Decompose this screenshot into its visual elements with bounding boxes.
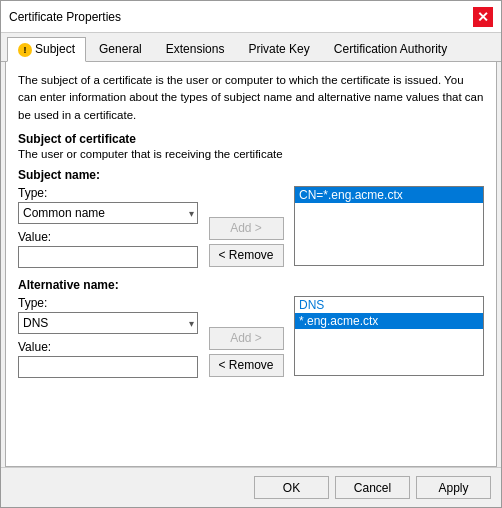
title-bar: Certificate Properties ✕ (1, 1, 501, 33)
certificate-properties-dialog: Certificate Properties ✕ !Subject Genera… (0, 0, 502, 508)
list-item[interactable]: CN=*.eng.acme.ctx (295, 187, 483, 203)
alt-name-listbox[interactable]: DNS *.eng.acme.ctx (294, 296, 484, 376)
alt-name-section: Type: DNS Email IP Address URI ▾ Value: … (18, 296, 484, 378)
warning-icon: ! (18, 43, 32, 57)
subject-add-button[interactable]: Add > (209, 217, 284, 240)
tab-general[interactable]: General (88, 37, 153, 61)
subject-name-middle: Add > < Remove (206, 186, 286, 268)
alt-name-left: Type: DNS Email IP Address URI ▾ Value: (18, 296, 198, 378)
alt-value-label: Value: (18, 340, 198, 354)
section-subtitle: The user or computer that is receiving t… (18, 148, 484, 160)
subject-remove-button[interactable]: < Remove (209, 244, 284, 267)
ok-button[interactable]: OK (254, 476, 329, 499)
alt-name-right: DNS *.eng.acme.ctx (294, 296, 484, 378)
alt-name-middle: Add > < Remove (206, 296, 286, 378)
subject-type-dropdown-wrapper: Common name Organization Organizational … (18, 202, 198, 224)
tab-content: The subject of a certificate is the user… (5, 62, 497, 467)
alt-type-label: Type: (18, 296, 198, 310)
subject-type-dropdown[interactable]: Common name Organization Organizational … (18, 202, 198, 224)
dialog-title: Certificate Properties (9, 10, 121, 24)
subject-name-section: Type: Common name Organization Organizat… (18, 186, 484, 268)
alt-name-label: Alternative name: (18, 278, 484, 292)
subject-type-label: Type: (18, 186, 198, 200)
list-item[interactable]: *.eng.acme.ctx (295, 313, 483, 329)
subject-value-input[interactable] (18, 246, 198, 268)
section-title: Subject of certificate (18, 132, 484, 146)
tab-bar: !Subject General Extensions Private Key … (1, 33, 501, 62)
subject-name-left: Type: Common name Organization Organizat… (18, 186, 198, 268)
description-text: The subject of a certificate is the user… (18, 72, 484, 124)
dialog-footer: OK Cancel Apply (1, 467, 501, 507)
alt-add-button[interactable]: Add > (209, 327, 284, 350)
alt-type-dropdown[interactable]: DNS Email IP Address URI (18, 312, 198, 334)
apply-button[interactable]: Apply (416, 476, 491, 499)
alt-type-dropdown-wrapper: DNS Email IP Address URI ▾ (18, 312, 198, 334)
subject-name-right: CN=*.eng.acme.ctx (294, 186, 484, 268)
tab-extensions[interactable]: Extensions (155, 37, 236, 61)
alt-remove-button[interactable]: < Remove (209, 354, 284, 377)
alt-list-header: DNS (295, 297, 483, 313)
tab-private-key[interactable]: Private Key (237, 37, 320, 61)
alt-value-input[interactable] (18, 356, 198, 378)
subject-name-listbox[interactable]: CN=*.eng.acme.ctx (294, 186, 484, 266)
tab-certification-authority[interactable]: Certification Authority (323, 37, 458, 61)
cancel-button[interactable]: Cancel (335, 476, 410, 499)
close-button[interactable]: ✕ (473, 7, 493, 27)
subject-name-label: Subject name: (18, 168, 484, 182)
subject-value-label: Value: (18, 230, 198, 244)
tab-subject[interactable]: !Subject (7, 37, 86, 62)
